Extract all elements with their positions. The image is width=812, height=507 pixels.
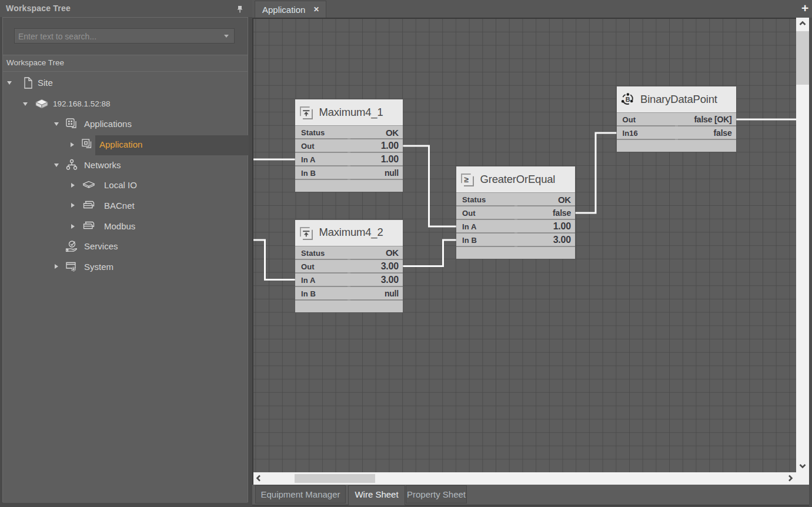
svg-text:B: B xyxy=(625,96,630,103)
svg-text:≥: ≥ xyxy=(465,175,469,184)
